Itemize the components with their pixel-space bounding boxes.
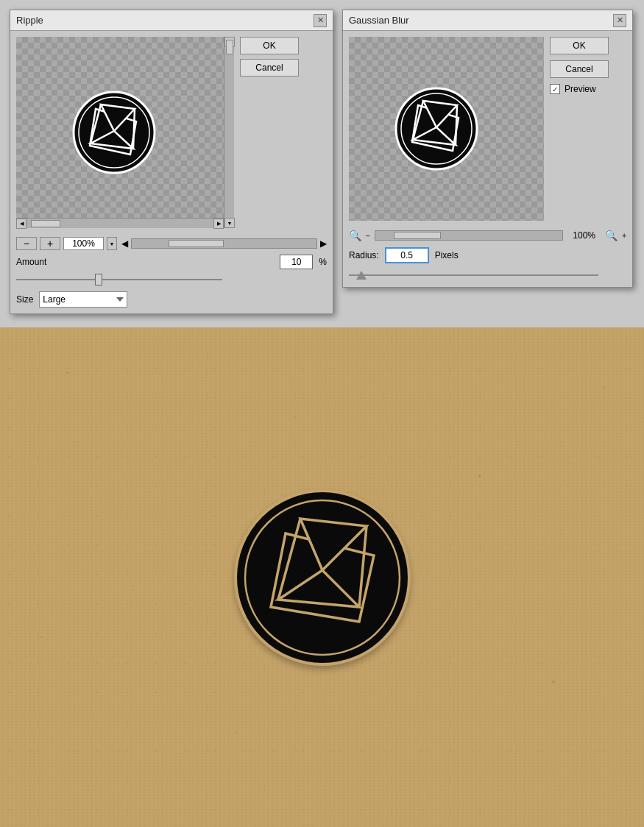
amount-label: Amount — [16, 257, 53, 267]
ripple-zoom-plus-button[interactable]: + — [40, 237, 60, 250]
preview-checkbox-row: ✓ Preview — [550, 84, 609, 94]
radius-unit: Pixels — [435, 250, 459, 260]
ripple-h-scrollbar[interactable] — [131, 238, 317, 249]
ripple-zoom-minus-button[interactable]: − — [16, 237, 37, 250]
zoom-in-plus: + — [622, 232, 626, 240]
chevron-down-icon: ▼ — [110, 241, 115, 246]
radius-input[interactable] — [385, 247, 429, 263]
ripple-scrollbar-h[interactable]: ◀ ▶ — [16, 218, 224, 228]
ripple-ok-button[interactable]: OK — [240, 37, 299, 54]
ripple-preview-logo — [63, 81, 166, 184]
gaussian-preview — [349, 37, 544, 221]
gaussian-bottom-controls: 🔍 − 100% 🔍 + Radius: Pixels — [343, 227, 632, 287]
ripple-zoom-row: − + ▼ ◀ ▶ — [16, 237, 327, 250]
ripple-scroll-thumb[interactable] — [169, 240, 224, 247]
ripple-size-row: Size Small Medium Large — [16, 291, 327, 308]
checkmark-icon: ✓ — [552, 85, 558, 93]
gaussian-slider[interactable] — [349, 269, 626, 281]
gaussian-close-button[interactable]: ✕ — [613, 14, 626, 27]
preview-checkbox[interactable]: ✓ — [550, 84, 560, 94]
gaussian-titlebar: Gaussian Blur ✕ — [343, 10, 632, 31]
ripple-amount-row: Amount 10 % — [16, 255, 327, 269]
ripple-dialog: Ripple ✕ — [10, 10, 333, 314]
close-icon: ✕ — [317, 15, 324, 25]
gaussian-cancel-button[interactable]: Cancel — [550, 60, 609, 78]
ripple-zoom-input[interactable] — [63, 237, 104, 250]
gaussian-zoom-row: 🔍 − 100% 🔍 + — [349, 230, 626, 241]
scrollbar-down-arrow[interactable]: ▼ — [224, 218, 235, 228]
gaussian-zoom-track[interactable] — [375, 230, 563, 241]
gaussian-zoom-label: 100% — [567, 230, 601, 241]
close-icon: ✕ — [617, 15, 623, 25]
zoom-out-minus: − — [366, 232, 370, 240]
gaussian-preview-logo — [385, 77, 488, 180]
zoom-dropdown-arrow[interactable]: ▼ — [107, 237, 117, 250]
pan-left-button[interactable]: ◀ — [121, 238, 128, 249]
arrow-left-icon: ◀ — [20, 221, 24, 227]
canvas-logo — [205, 460, 440, 695]
scrollbar-v-thumb[interactable] — [226, 40, 233, 54]
size-label: Size — [16, 294, 33, 305]
amount-value-display[interactable]: 10 — [280, 255, 313, 269]
radius-row: Radius: Pixels — [349, 247, 626, 263]
ripple-cancel-button[interactable]: Cancel — [240, 59, 299, 77]
ripple-scrollbar-v[interactable]: ▲ ▼ — [224, 37, 234, 228]
ripple-close-button[interactable]: ✕ — [314, 14, 327, 27]
gaussian-preview-container — [349, 37, 544, 221]
ripple-bottom-controls: − + ▼ ◀ ▶ Amount 10 % Size — [10, 234, 333, 313]
ripple-preview-container: ▲ ▼ ◀ ▶ — [16, 37, 234, 228]
scrollbar-right-arrow[interactable]: ▶ — [213, 219, 224, 229]
ripple-preview — [16, 37, 234, 228]
ripple-body: ▲ ▼ ◀ ▶ OK Cancel — [10, 31, 333, 234]
gaussian-body: OK Cancel ✓ Preview — [343, 31, 632, 227]
gaussian-zoom-in-icon[interactable]: 🔍 — [605, 230, 618, 241]
scrollbar-h-thumb[interactable] — [31, 220, 60, 227]
preview-label: Preview — [565, 84, 596, 94]
ripple-controls: OK Cancel — [240, 37, 299, 228]
size-select[interactable]: Small Medium Large — [39, 291, 127, 308]
gaussian-title: Gaussian Blur — [349, 15, 409, 26]
gaussian-ok-button[interactable]: OK — [550, 37, 609, 54]
radius-label: Radius: — [349, 250, 379, 260]
pan-right-button[interactable]: ▶ — [320, 238, 327, 249]
arrow-down-icon: ▼ — [227, 221, 233, 226]
scrollbar-left-arrow[interactable]: ◀ — [16, 219, 26, 229]
amount-unit: % — [319, 257, 327, 267]
gaussian-controls: OK Cancel ✓ Preview — [550, 37, 609, 221]
gaussian-zoom-thumb[interactable] — [394, 232, 441, 239]
arrow-right-icon: ▶ — [217, 221, 221, 227]
gaussian-zoom-out-icon[interactable]: 🔍 — [349, 230, 361, 241]
ripple-titlebar: Ripple ✕ — [10, 10, 333, 31]
canvas-area — [0, 327, 644, 827]
ripple-title: Ripple — [16, 15, 43, 26]
gaussian-dialog: Gaussian Blur ✕ — [342, 10, 633, 288]
ripple-amount-slider[interactable] — [16, 274, 222, 285]
